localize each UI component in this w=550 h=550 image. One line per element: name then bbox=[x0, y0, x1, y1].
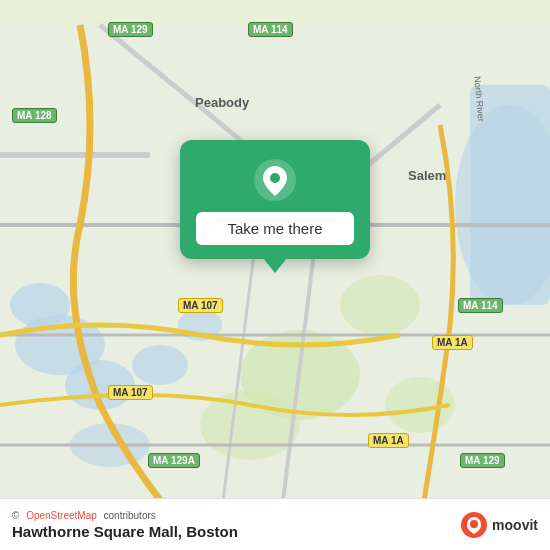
svg-point-10 bbox=[340, 275, 420, 335]
take-me-there-button[interactable]: Take me there bbox=[196, 212, 354, 245]
road-label-ma129-top: MA 129 bbox=[108, 22, 153, 37]
road-label-ma114-right: MA 114 bbox=[458, 298, 503, 313]
road-label-ma107-bot: MA 107 bbox=[108, 385, 153, 400]
map-container: Peabody Salem North River MA 129 MA 114 … bbox=[0, 0, 550, 550]
svg-text:Peabody: Peabody bbox=[195, 95, 250, 110]
svg-point-4 bbox=[132, 345, 188, 385]
svg-point-27 bbox=[470, 520, 478, 528]
popup-card: Take me there bbox=[180, 140, 370, 259]
road-label-ma107-mid: MA 107 bbox=[178, 298, 223, 313]
openstreetmap-link[interactable]: OpenStreetMap bbox=[26, 510, 97, 521]
location-name: Hawthorne Square Mall, Boston bbox=[12, 523, 238, 540]
location-pin-icon bbox=[253, 158, 297, 202]
road-label-ma1a-bot: MA 1A bbox=[368, 433, 409, 448]
road-label-ma129-br: MA 129 bbox=[460, 453, 505, 468]
svg-point-25 bbox=[270, 173, 280, 183]
road-label-ma128: MA 128 bbox=[12, 108, 57, 123]
moovit-icon bbox=[460, 511, 488, 539]
attribution: © OpenStreetMap contributors bbox=[12, 510, 238, 521]
copyright-symbol: © bbox=[12, 510, 22, 521]
road-label-ma114-top: MA 114 bbox=[248, 22, 293, 37]
svg-point-2 bbox=[10, 283, 70, 327]
road-label-ma129a: MA 129A bbox=[148, 453, 200, 468]
bottom-bar: © OpenStreetMap contributors Hawthorne S… bbox=[0, 498, 550, 550]
road-label-ma1a-right: MA 1A bbox=[432, 335, 473, 350]
moovit-text: moovit bbox=[492, 517, 538, 533]
contributors-text: contributors bbox=[101, 510, 156, 521]
svg-text:Salem: Salem bbox=[408, 168, 446, 183]
moovit-logo: moovit bbox=[460, 511, 538, 539]
